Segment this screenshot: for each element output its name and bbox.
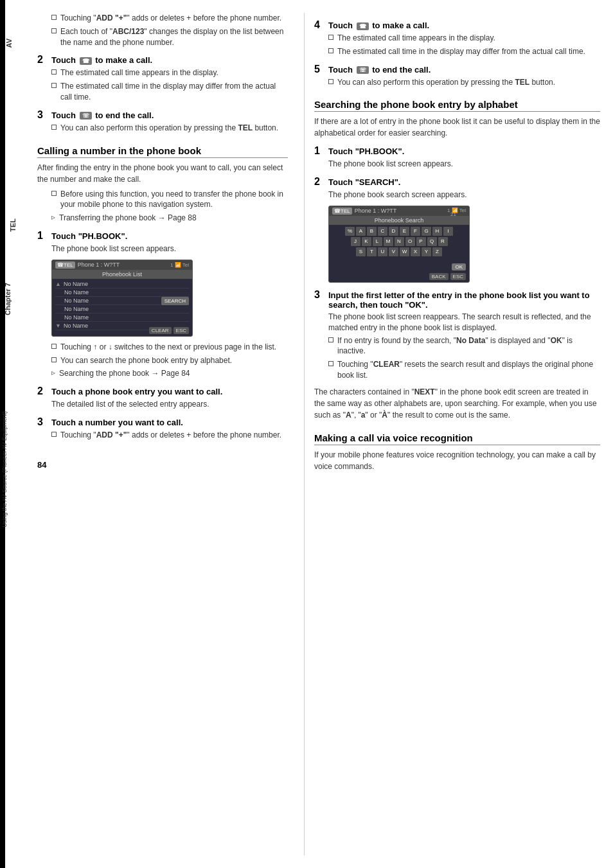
step-search-3-sub: The phone book list screen reappears. Th… xyxy=(328,312,600,333)
sidebar-av-label: AV xyxy=(5,39,13,48)
vertical-divider xyxy=(304,13,305,855)
step-search-2-text: Touch "SEARCH". xyxy=(328,177,400,187)
key-v[interactable]: V xyxy=(389,247,398,256)
key-g[interactable]: G xyxy=(422,227,431,236)
step-search-3-header: 3 Input the first letter of the entry in… xyxy=(314,289,600,310)
step-calling-2-sub: The detailed list of the selected entry … xyxy=(51,399,288,410)
tel-icon: ☎TEL xyxy=(55,261,75,269)
pb-footer: CLEAR ESC xyxy=(149,327,189,334)
step-search-2-header: 2 Touch "SEARCH". xyxy=(314,176,600,188)
pb-row-name: No Name xyxy=(64,314,189,321)
bullet-icon xyxy=(51,83,57,88)
pb-bullet-1: Touching ↑ or ↓ switches to the next or … xyxy=(60,342,276,353)
step-calling-2-header: 2 Touch a phone book entry you want to c… xyxy=(37,385,288,397)
key-m[interactable]: M xyxy=(384,237,393,246)
call-icon-r: ☎ xyxy=(357,22,369,30)
table-row: No Name xyxy=(55,314,189,322)
tel-icon-search: ☎TEL xyxy=(332,208,352,215)
step-5-number: 5 xyxy=(314,64,324,75)
step-search-2-sub: The phone book search screen appears. xyxy=(328,190,600,200)
bullet-icon xyxy=(328,337,333,342)
keyboard-row-1: J K L M N O P Q R xyxy=(332,237,466,246)
step-calling-2-number: 2 xyxy=(37,385,48,397)
bullet-icon xyxy=(328,35,333,40)
bullet-icon xyxy=(328,361,333,366)
step-4-text: Touch ☎ to make a call. xyxy=(328,21,429,30)
step-search-1-header: 1 Touch "PH.BOOK". xyxy=(314,145,600,157)
step-3-header: 3 Touch ☏ to end the call. xyxy=(37,109,288,121)
key-s[interactable]: S xyxy=(356,247,366,256)
clear-button[interactable]: CLEAR xyxy=(149,327,172,334)
step-calling-1-text: Touch "PH.BOOK". xyxy=(51,231,127,241)
intro-bullets: Touching "ADD "+"" adds or deletes + bef… xyxy=(37,13,288,48)
back-button[interactable]: BACK xyxy=(429,273,449,280)
pb-title: Phone 1 : W?TT xyxy=(78,261,120,268)
table-row: ▲ No Name xyxy=(55,280,189,288)
key-z[interactable]: Z xyxy=(432,247,442,256)
step-calling-3-number: 3 xyxy=(37,416,48,428)
key-percent[interactable]: % xyxy=(345,227,355,236)
pb-header: ☎TEL Phone 1 : W?TT 1 📶 Tel xyxy=(52,260,192,270)
sidebar-chapter-label: Chapter 7 xyxy=(4,283,12,315)
step-5-text: Touch ☏ to end the call. xyxy=(328,65,431,75)
pbs-number-indicator: 21 xyxy=(450,211,456,217)
key-w[interactable]: W xyxy=(400,247,409,256)
ok-button[interactable]: OK xyxy=(452,263,466,270)
down-arrow-icon: ▼ xyxy=(55,323,61,329)
pb-bullet-2: You can search the phone book entry by a… xyxy=(60,355,232,366)
section-voice-title: Making a call via voice recognition xyxy=(314,432,600,445)
sidebar-using-label: Using the AV Source (Pioneer AV Equipmen… xyxy=(1,411,8,527)
arrow-item: ▹ Transferring the phone book → Page 88 xyxy=(51,213,288,224)
bullet-icon xyxy=(51,15,57,20)
pb-row-name: No Name xyxy=(64,289,189,296)
list-item: The estimated call time in the display m… xyxy=(328,46,600,57)
key-c[interactable]: C xyxy=(378,227,387,236)
key-e[interactable]: E xyxy=(400,227,409,236)
key-p[interactable]: P xyxy=(416,237,426,246)
bullet-icon xyxy=(51,432,57,437)
end-call-icon-r: ☏ xyxy=(357,66,369,74)
key-r[interactable]: R xyxy=(438,237,448,246)
search-button[interactable]: SEARCH xyxy=(161,297,189,305)
step2-bullet-1: The estimated call time appears in the d… xyxy=(60,67,218,78)
key-u[interactable]: U xyxy=(378,247,387,256)
key-b[interactable]: B xyxy=(367,227,377,236)
keyboard-row-0: % A B C D E F G H I xyxy=(332,227,466,236)
step-calling-1-header: 1 Touch "PH.BOOK". xyxy=(37,230,288,242)
key-y[interactable]: Y xyxy=(422,247,431,256)
keyboard-row-2: S T U V W X Y Z xyxy=(332,247,466,256)
sidebar-tel-label: TEL xyxy=(9,218,17,232)
key-x[interactable]: X xyxy=(411,247,420,256)
key-t[interactable]: T xyxy=(367,247,377,256)
key-a[interactable]: A xyxy=(356,227,366,236)
pb-subheader: Phonebook List xyxy=(52,270,192,279)
key-q[interactable]: Q xyxy=(427,237,437,246)
phonebook-search-screen: ☎TEL Phone 1 : W?TT 1 📶 Tel Phonebook Se… xyxy=(328,206,470,283)
key-l[interactable]: L xyxy=(373,237,382,246)
list-item: Before using this function, you need to … xyxy=(51,189,288,211)
page-number: 84 xyxy=(37,460,288,470)
esc-button[interactable]: ESC xyxy=(173,327,189,334)
section-search-title: Searching the phone book entry by alphab… xyxy=(314,99,600,112)
key-f[interactable]: F xyxy=(411,227,420,236)
list-item: The estimated call time appears in the d… xyxy=(328,33,600,44)
pbs-header: ☎TEL Phone 1 : W?TT 1 📶 Tel xyxy=(329,206,469,216)
esc-button-search[interactable]: ESC xyxy=(450,273,466,280)
step2-bullet-2: The estimated call time in the display m… xyxy=(60,81,288,103)
key-n[interactable]: N xyxy=(395,237,404,246)
section-calling-intro: After finding the entry in the phone boo… xyxy=(37,162,288,185)
step4-bullet-1: The estimated call time appears in the d… xyxy=(337,33,495,44)
key-d[interactable]: D xyxy=(389,227,398,236)
key-i[interactable]: I xyxy=(443,227,453,236)
step4-bullet-2: The estimated call time in the display m… xyxy=(337,46,585,57)
step-2-text: Touch ☎ to make a call. xyxy=(51,55,152,65)
key-h[interactable]: H xyxy=(432,227,442,236)
key-k[interactable]: K xyxy=(362,237,371,246)
list-item: Touching ↑ or ↓ switches to the next or … xyxy=(51,342,288,353)
pbs-keyboard: % A B C D E F G H I J K xyxy=(329,225,469,260)
key-j[interactable]: J xyxy=(351,237,360,246)
calling-bullet-1: Before using this function, you need to … xyxy=(60,189,288,211)
step-3-number: 3 xyxy=(37,109,48,121)
list-item: Touching "ADD "+"" adds or deletes + bef… xyxy=(51,13,288,24)
key-o[interactable]: O xyxy=(405,237,415,246)
